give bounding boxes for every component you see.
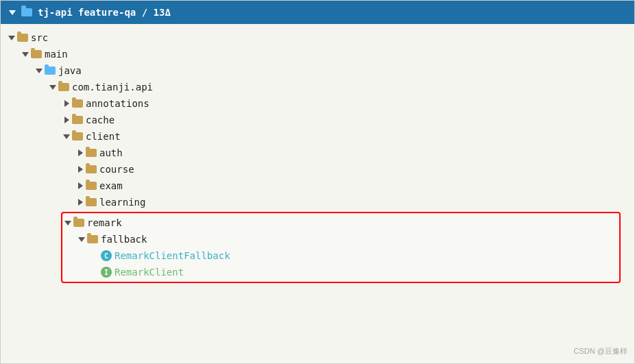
- highlight-region: remark fallback C RemarkClientFallback: [61, 212, 621, 283]
- folder-icon-course: [86, 165, 97, 173]
- folder-icon-remark: [73, 219, 84, 227]
- tree-item-src[interactable]: src: [1, 29, 634, 46]
- tree-item-auth[interactable]: auth: [1, 145, 634, 161]
- class-badge-c-icon: C: [101, 250, 112, 261]
- label-main: main: [45, 49, 68, 60]
- tree-item-client[interactable]: client: [1, 128, 634, 145]
- watermark: CSDN @豆豫样: [574, 346, 627, 356]
- label-com-tianji-api: com.tianji.api: [72, 82, 153, 93]
- folder-icon-exam: [86, 182, 97, 190]
- tree-item-remark[interactable]: remark: [62, 215, 619, 231]
- main-window: tj-api feature-qa / 13Δ src main java: [0, 0, 635, 364]
- tree-item-com-tianji-api[interactable]: com.tianji.api: [1, 79, 634, 95]
- expander-RemarkClient: [90, 267, 101, 278]
- tree-item-java[interactable]: java: [1, 62, 634, 79]
- tree-item-annotations[interactable]: annotations: [1, 95, 634, 112]
- tree-item-main[interactable]: main: [1, 46, 634, 62]
- label-RemarkClient: RemarkClient: [115, 267, 184, 278]
- label-RemarkClientFallback: RemarkClientFallback: [115, 250, 230, 261]
- label-learning: learning: [99, 197, 145, 208]
- tree-item-course[interactable]: course: [1, 161, 634, 178]
- folder-icon-cache: [72, 116, 83, 124]
- label-exam: exam: [99, 180, 123, 191]
- tree-item-RemarkClientFallback[interactable]: C RemarkClientFallback: [62, 247, 619, 264]
- expander-course[interactable]: [75, 164, 86, 175]
- folder-icon-annotations: [72, 99, 83, 108]
- tree-item-learning[interactable]: learning: [1, 194, 634, 210]
- label-src: src: [31, 32, 48, 43]
- label-annotations: annotations: [86, 98, 149, 109]
- expander-learning[interactable]: [75, 197, 86, 208]
- folder-icon-src: [17, 34, 28, 42]
- expander-client[interactable]: [61, 131, 72, 142]
- folder-icon-com-tianji-api: [58, 83, 69, 91]
- expander-java[interactable]: [34, 65, 45, 76]
- expander-src[interactable]: [6, 32, 17, 43]
- folder-icon-main: [31, 50, 42, 58]
- expander-annotations[interactable]: [61, 98, 72, 109]
- folder-icon-java: [45, 66, 56, 75]
- expander-main[interactable]: [20, 49, 31, 60]
- label-auth: auth: [99, 147, 123, 158]
- expander-com-tianji-api[interactable]: [47, 82, 58, 93]
- title-chevron-icon[interactable]: [9, 10, 16, 15]
- expander-fallback[interactable]: [76, 234, 87, 245]
- label-course: course: [99, 164, 134, 175]
- label-fallback: fallback: [101, 234, 147, 245]
- title-bar: tj-api feature-qa / 13Δ: [1, 1, 634, 24]
- tree-item-fallback[interactable]: fallback: [62, 231, 619, 247]
- expander-RemarkClientFallback: [90, 250, 101, 261]
- label-client: client: [86, 131, 121, 142]
- tree-item-exam[interactable]: exam: [1, 178, 634, 194]
- folder-icon-auth: [86, 149, 97, 157]
- label-java: java: [58, 65, 82, 76]
- title-text: tj-api feature-qa / 13Δ: [38, 7, 171, 18]
- tree-item-RemarkClient[interactable]: I RemarkClient: [62, 264, 619, 280]
- expander-remark[interactable]: [62, 217, 73, 228]
- label-cache: cache: [86, 114, 115, 125]
- expander-auth[interactable]: [75, 147, 86, 158]
- label-remark: remark: [87, 217, 122, 228]
- file-tree: src main java com.tianji.api: [1, 24, 634, 363]
- tree-item-cache[interactable]: cache: [1, 112, 634, 128]
- expander-exam[interactable]: [75, 180, 86, 191]
- folder-icon-learning: [86, 198, 97, 206]
- class-badge-i-icon: I: [101, 267, 112, 278]
- folder-icon-fallback: [87, 235, 98, 243]
- repo-folder-icon: [21, 8, 32, 16]
- folder-icon-client: [72, 132, 83, 141]
- expander-cache[interactable]: [61, 114, 72, 125]
